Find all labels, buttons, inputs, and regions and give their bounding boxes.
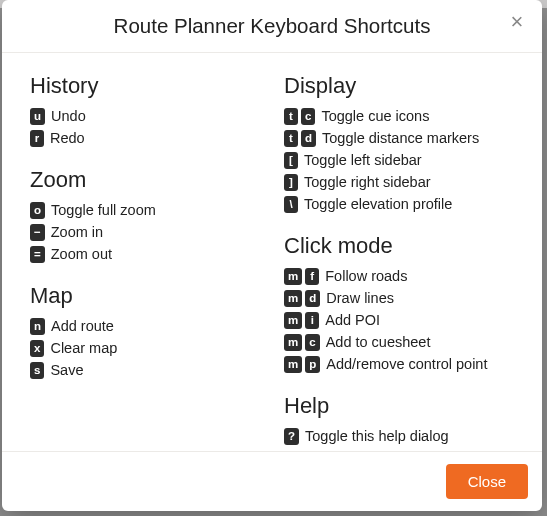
shortcut-label: Save [50, 361, 83, 379]
key-badge: m [284, 356, 302, 373]
shortcut-keys: u [30, 108, 45, 125]
section-heading: Help [284, 393, 514, 419]
modal-header: Route Planner Keyboard Shortcuts × [2, 0, 542, 53]
shortcut-keys: md [284, 290, 320, 307]
key-badge: i [305, 312, 319, 329]
key-badge: = [30, 246, 45, 263]
key-badge: d [305, 290, 320, 307]
shortcut-keys: mf [284, 268, 319, 285]
section-heading: Map [30, 283, 260, 309]
right-column: DisplaytcToggle cue iconstdToggle distan… [284, 57, 514, 449]
shortcut-keys: tc [284, 108, 315, 125]
key-badge: m [284, 334, 302, 351]
shortcut-keys: r [30, 130, 44, 147]
left-column: HistoryuUndorRedoZoomoToggle full zoom−Z… [30, 57, 260, 449]
shortcut-keys: x [30, 340, 44, 357]
shortcut-label: Toggle right sidebar [304, 173, 431, 191]
shortcut-label: Clear map [50, 339, 117, 357]
shortcut-keys: − [30, 224, 45, 241]
shortcut-label: Undo [51, 107, 86, 125]
shortcut-label: Draw lines [326, 289, 394, 307]
close-button[interactable]: Close [446, 464, 528, 499]
key-badge: t [284, 108, 298, 125]
shortcut-row: −Zoom in [30, 223, 260, 241]
shortcut-row: ]Toggle right sidebar [284, 173, 514, 191]
shortcut-row: nAdd route [30, 317, 260, 335]
shortcut-keys: n [30, 318, 45, 335]
key-badge: ] [284, 174, 298, 191]
shortcut-row: sSave [30, 361, 260, 379]
shortcut-keys: ] [284, 174, 298, 191]
shortcut-row: rRedo [30, 129, 260, 147]
close-icon[interactable]: × [506, 12, 528, 34]
key-badge: d [301, 130, 316, 147]
shortcut-label: Zoom out [51, 245, 112, 263]
shortcut-row: mcAdd to cuesheet [284, 333, 514, 351]
shortcut-label: Add POI [325, 311, 380, 329]
shortcut-row: \Toggle elevation profile [284, 195, 514, 213]
shortcut-label: Toggle full zoom [51, 201, 156, 219]
key-badge: t [284, 130, 298, 147]
key-badge: x [30, 340, 44, 357]
section-heading: Click mode [284, 233, 514, 259]
shortcut-label: Follow roads [325, 267, 407, 285]
shortcut-label: Toggle left sidebar [304, 151, 422, 169]
section-heading: Display [284, 73, 514, 99]
shortcut-row: tdToggle distance markers [284, 129, 514, 147]
shortcut-label: Add route [51, 317, 114, 335]
shortcut-row: mfFollow roads [284, 267, 514, 285]
key-badge: m [284, 312, 302, 329]
shortcut-row: mdDraw lines [284, 289, 514, 307]
section-heading: Zoom [30, 167, 260, 193]
shortcut-row: =Zoom out [30, 245, 260, 263]
shortcut-row: [Toggle left sidebar [284, 151, 514, 169]
key-badge: ? [284, 428, 299, 445]
key-badge: f [305, 268, 319, 285]
key-badge: [ [284, 152, 298, 169]
shortcut-label: Toggle elevation profile [304, 195, 452, 213]
shortcut-label: Redo [50, 129, 85, 147]
shortcut-row: mpAdd/remove control point [284, 355, 514, 373]
shortcut-row: miAdd POI [284, 311, 514, 329]
shortcuts-modal: Route Planner Keyboard Shortcuts × Histo… [2, 0, 542, 511]
key-badge: c [305, 334, 319, 351]
key-badge: m [284, 268, 302, 285]
shortcut-keys: mi [284, 312, 319, 329]
shortcut-label: Toggle cue icons [321, 107, 429, 125]
shortcut-label: Zoom in [51, 223, 103, 241]
shortcut-keys: [ [284, 152, 298, 169]
shortcut-row: xClear map [30, 339, 260, 357]
key-badge: p [305, 356, 320, 373]
shortcut-row: ?Toggle this help dialog [284, 427, 514, 445]
shortcut-keys: \ [284, 196, 298, 213]
shortcut-keys: s [30, 362, 44, 379]
shortcut-keys: o [30, 202, 45, 219]
modal-title: Route Planner Keyboard Shortcuts [114, 14, 431, 37]
key-badge: u [30, 108, 45, 125]
shortcut-row: uUndo [30, 107, 260, 125]
shortcut-label: Toggle distance markers [322, 129, 479, 147]
key-badge: n [30, 318, 45, 335]
shortcut-keys: = [30, 246, 45, 263]
shortcut-label: Add/remove control point [326, 355, 487, 373]
key-badge: c [301, 108, 315, 125]
shortcut-keys: td [284, 130, 316, 147]
key-badge: m [284, 290, 302, 307]
shortcut-label: Add to cuesheet [326, 333, 431, 351]
modal-body: HistoryuUndorRedoZoomoToggle full zoom−Z… [2, 53, 542, 451]
shortcut-row: tcToggle cue icons [284, 107, 514, 125]
shortcut-keys: mp [284, 356, 320, 373]
key-badge: − [30, 224, 45, 241]
key-badge: s [30, 362, 44, 379]
shortcut-keys: ? [284, 428, 299, 445]
key-badge: r [30, 130, 44, 147]
shortcut-keys: mc [284, 334, 320, 351]
key-badge: o [30, 202, 45, 219]
modal-footer: Close [2, 451, 542, 511]
section-heading: History [30, 73, 260, 99]
shortcut-label: Toggle this help dialog [305, 427, 449, 445]
key-badge: \ [284, 196, 298, 213]
shortcut-row: oToggle full zoom [30, 201, 260, 219]
